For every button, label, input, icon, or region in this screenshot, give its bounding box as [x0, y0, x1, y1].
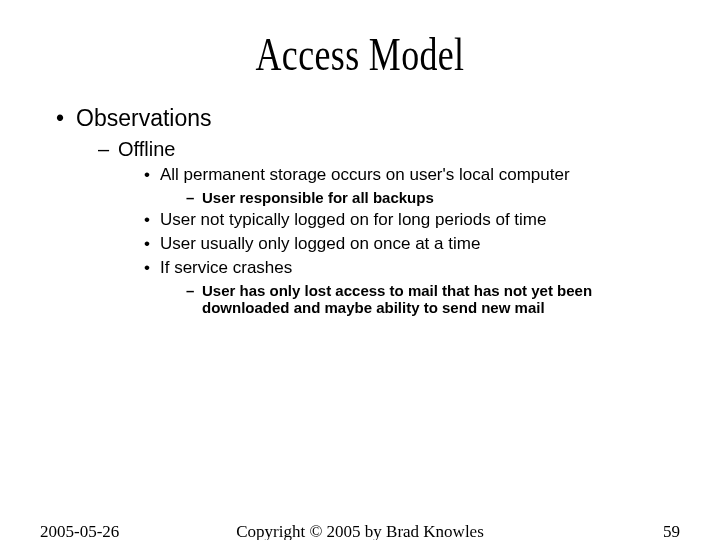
- bullet-text: User responsible for all backups: [202, 189, 434, 206]
- bullet-backups: User responsible for all backups: [186, 189, 680, 206]
- bullet-offline: Offline All permanent storage occurs on …: [98, 138, 680, 316]
- slide-footer: Copyright © 2005 by Brad Knowles 2005-05…: [0, 522, 720, 540]
- bullet-text: User has only lost access to mail that h…: [202, 282, 592, 316]
- bullet-text: Offline: [118, 138, 175, 160]
- slide: Access Model Observations Offline All pe…: [0, 28, 720, 540]
- bullet-text: Observations: [76, 105, 212, 131]
- bullet-storage: All permanent storage occurs on user's l…: [144, 165, 680, 206]
- footer-page-number: 59: [663, 522, 680, 540]
- slide-title: Access Model: [79, 28, 641, 81]
- bullet-text: User not typically logged on for long pe…: [160, 210, 546, 229]
- bullet-logged-once: User usually only logged on once at a ti…: [144, 234, 680, 254]
- bullet-lost-access: User has only lost access to mail that h…: [186, 282, 680, 316]
- bullet-text: User usually only logged on once at a ti…: [160, 234, 480, 253]
- bullet-if-crashes: If service crashes User has only lost ac…: [144, 258, 680, 316]
- slide-body: Observations Offline All permanent stora…: [0, 105, 720, 316]
- footer-date: 2005-05-26: [40, 522, 119, 540]
- bullet-observations: Observations Offline All permanent stora…: [56, 105, 680, 316]
- bullet-text: All permanent storage occurs on user's l…: [160, 165, 570, 184]
- bullet-text: If service crashes: [160, 258, 292, 277]
- bullet-not-logged-long: User not typically logged on for long pe…: [144, 210, 680, 230]
